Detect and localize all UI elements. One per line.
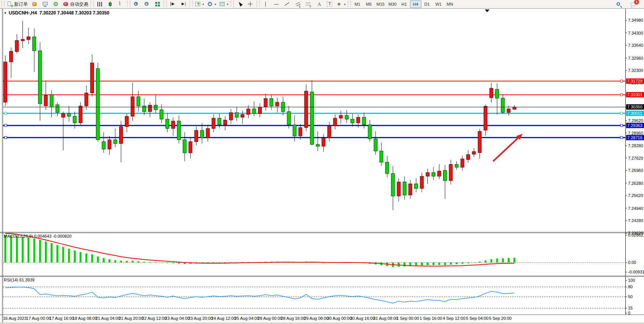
toolbar-grip[interactable] — [127, 1, 130, 7]
toolbar-grip[interactable] — [190, 1, 193, 7]
macd-histogram-bar — [444, 262, 446, 265]
tf-m15[interactable]: M15 — [375, 0, 386, 8]
signals-button[interactable] — [51, 0, 61, 8]
candle-down — [73, 116, 77, 123]
candle-up — [229, 113, 233, 120]
trendline-button[interactable] — [282, 0, 292, 8]
tf-m5[interactable]: M5 — [363, 0, 375, 8]
svg-text:1 Sep 00:00: 1 Sep 00:00 — [397, 316, 419, 321]
toolbar-grip[interactable] — [348, 1, 351, 7]
chart-title-dropdown-icon[interactable]: ▼ — [4, 11, 7, 15]
crosshair-button[interactable] — [245, 0, 256, 8]
label-button[interactable] — [324, 0, 335, 8]
dropdown-caret-icon[interactable]: ▾ — [344, 3, 346, 6]
arrows-icon — [336, 1, 343, 7]
svg-text:21 Aug 04:00: 21 Aug 04:00 — [96, 316, 120, 321]
channel-icon — [295, 1, 301, 7]
macd-histogram-bar — [415, 262, 417, 266]
macd-histogram-bar — [85, 253, 87, 262]
equidistant-channel-button[interactable] — [292, 0, 303, 8]
zoom-in-button[interactable] — [131, 0, 142, 8]
cursor-button[interactable] — [234, 0, 245, 8]
bars-icon — [97, 1, 103, 7]
fibonacci-button[interactable] — [303, 0, 314, 8]
candle-up — [91, 63, 94, 93]
search-icon — [616, 2, 622, 8]
macd-histogram-bar — [5, 235, 6, 262]
svg-text:23 Aug 04:00: 23 Aug 04:00 — [165, 316, 190, 321]
macd-histogram-bar — [22, 237, 24, 262]
tf-d1[interactable]: D1 — [421, 0, 433, 8]
text-button[interactable] — [314, 0, 324, 8]
tf-h4[interactable]: H4 — [410, 0, 421, 8]
candle-down — [38, 51, 42, 104]
toolbar-grip[interactable] — [2, 1, 5, 7]
terminal-button[interactable] — [40, 0, 51, 8]
tf-mn[interactable]: MN — [444, 0, 456, 8]
zoom-out-button[interactable] — [142, 0, 152, 8]
toolbar-grip[interactable] — [164, 1, 167, 7]
chart-shift-marker[interactable] — [485, 10, 489, 12]
tf-w1[interactable]: W1 — [433, 0, 444, 8]
candle-down — [96, 68, 100, 140]
mt4-application: 新订单自动交易▾▾▾▾M1M5M15M30H1H4D1W1MN 1 7.3498… — [0, 0, 644, 324]
dropdown-caret-icon[interactable]: ▾ — [215, 3, 216, 6]
price-axis[interactable]: 7.349807.343007.336407.329607.323007.316… — [625, 18, 644, 235]
macd-histogram-bar — [45, 241, 47, 262]
macd-histogram-bar — [166, 262, 168, 263]
vertical-line-button[interactable] — [260, 0, 271, 8]
svg-text:7.28280: 7.28280 — [628, 143, 643, 148]
tile-windows-button[interactable] — [152, 0, 163, 8]
candle-up — [420, 176, 424, 189]
svg-text:7.27620: 7.27620 — [628, 156, 643, 160]
macd-histogram-bar — [16, 236, 18, 262]
chat-button[interactable]: 1 — [628, 0, 639, 9]
new-order-button[interactable]: 新订单 — [5, 0, 29, 8]
candle-down — [235, 113, 239, 117]
candle-up — [120, 127, 123, 143]
toolbar-grip[interactable] — [91, 1, 94, 7]
toolbar-grip[interactable] — [257, 1, 260, 7]
toolbar-grip[interactable] — [231, 1, 234, 7]
candle-up — [189, 141, 192, 153]
tf-h1[interactable]: H1 — [399, 0, 410, 8]
macd-histogram-bar — [398, 262, 400, 267]
tf-h4-label: H4 — [413, 2, 418, 6]
horizontal-line-button[interactable] — [271, 0, 282, 8]
tf-m1[interactable]: M1 — [352, 0, 363, 8]
time-axis[interactable]: 16 Aug 202317 Aug 00:0017 Aug 16:0018 Au… — [3, 316, 512, 321]
dropdown-caret-icon[interactable]: ▾ — [227, 3, 228, 6]
candle-down — [380, 151, 383, 162]
dropdown-caret-icon[interactable]: ▾ — [202, 3, 204, 6]
candle-down — [443, 170, 447, 181]
trendline-icon — [284, 1, 290, 7]
candle-up — [322, 138, 325, 146]
notification-badge: 1 — [634, 0, 639, 5]
candle-up — [27, 37, 30, 40]
bar-chart-button[interactable] — [94, 0, 105, 8]
auto-scroll-button[interactable] — [167, 0, 178, 8]
macd-histogram-bar — [485, 260, 486, 262]
arrows-button[interactable]: ▾ — [335, 0, 347, 8]
market-depth-button[interactable] — [29, 0, 40, 8]
candle-up — [513, 107, 516, 109]
line-chart-button[interactable] — [116, 0, 126, 8]
chart-shift-button[interactable] — [178, 0, 189, 8]
tf-d1-label: D1 — [424, 2, 430, 6]
chart-canvas[interactable]: 7.349807.343007.336407.329607.323007.316… — [0, 0, 644, 324]
macd-histogram-bar — [91, 254, 93, 262]
candle-up — [467, 154, 470, 159]
tf-w1-label: W1 — [435, 2, 442, 6]
tf-m30[interactable]: M30 — [386, 0, 398, 8]
candle-down — [56, 105, 59, 112]
svg-text:0.026621: 0.026621 — [628, 233, 644, 237]
autotrading-button[interactable]: 自动交易 — [61, 0, 90, 8]
templates-button[interactable]: ▾ — [218, 0, 230, 8]
periods-button[interactable]: ▾ — [206, 0, 218, 8]
candlestick-button[interactable] — [105, 0, 116, 8]
candle-up — [299, 127, 302, 136]
candle-up — [409, 184, 412, 195]
indicators-button[interactable]: ▾ — [193, 0, 206, 8]
hline-handle — [620, 80, 623, 82]
search-button[interactable] — [614, 0, 624, 9]
